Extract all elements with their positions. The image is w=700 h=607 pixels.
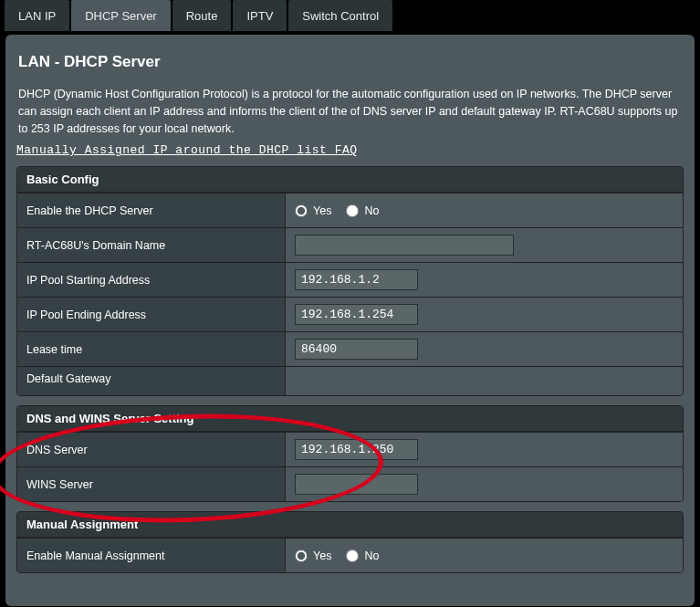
tab-switch-control[interactable]: Switch Control [288,0,392,31]
section-header-dns: DNS and WINS Server Setting [17,406,683,432]
section-header-basic: Basic Config [17,167,683,193]
tab-route[interactable]: Route [172,0,232,31]
row-domain-name: RT-AC68U's Domain Name [17,227,683,262]
radio-enable-manual-yes[interactable] [295,549,308,562]
radio-label-yes: Yes [313,204,331,217]
input-ip-end[interactable] [295,304,418,325]
section-dns-wins: DNS and WINS Server Setting DNS Server W… [16,405,684,502]
row-enable-manual: Enable Manual Assignment Yes No [17,538,683,572]
label-domain-name: RT-AC68U's Domain Name [17,228,286,262]
tab-bar: LAN IP DHCP Server Route IPTV Switch Con… [0,0,700,31]
input-domain-name[interactable] [295,235,514,256]
input-dns-server[interactable] [295,439,418,460]
row-ip-end: IP Pool Ending Address [17,297,683,331]
radio-enable-dhcp-yes[interactable] [295,204,308,217]
tab-iptv[interactable]: IPTV [233,0,287,31]
label-default-gateway: Default Gateway [17,367,286,395]
row-enable-dhcp: Enable the DHCP Server Yes No [17,193,683,227]
page-body: LAN - DHCP Server DHCP (Dynamic Host Con… [5,35,695,606]
page-title: LAN - DHCP Server [18,53,682,71]
row-ip-start: IP Pool Starting Address [17,262,683,297]
row-dns-server: DNS Server [17,432,683,466]
label-enable-dhcp: Enable the DHCP Server [17,194,286,227]
section-header-manual: Manual Assignment [17,512,683,538]
section-manual-assignment: Manual Assignment Enable Manual Assignme… [16,511,684,573]
label-lease-time: Lease time [17,332,286,366]
label-wins-server: WINS Server [17,467,286,501]
radio-label-manual-yes: Yes [313,549,331,562]
section-basic-config: Basic Config Enable the DHCP Server Yes … [16,166,684,396]
faq-link[interactable]: Manually Assigned IP around the DHCP lis… [16,143,358,157]
row-lease-time: Lease time [17,331,683,366]
tab-dhcp-server[interactable]: DHCP Server [71,0,171,31]
input-lease-time[interactable] [295,339,418,360]
row-wins-server: WINS Server [17,466,683,501]
radio-enable-manual-no[interactable] [346,549,359,562]
page-description: DHCP (Dynamic Host Configuration Protoco… [18,86,682,137]
label-dns-server: DNS Server [17,433,286,466]
input-ip-start[interactable] [295,269,418,290]
label-enable-manual: Enable Manual Assignment [17,539,286,572]
radio-enable-dhcp-no[interactable] [346,204,359,217]
row-default-gateway: Default Gateway [17,366,683,395]
input-wins-server[interactable] [295,474,418,495]
tab-lan-ip[interactable]: LAN IP [5,0,69,31]
radio-label-no: No [364,204,379,217]
label-ip-start: IP Pool Starting Address [17,263,286,297]
label-ip-end: IP Pool Ending Address [17,298,286,331]
radio-label-manual-no: No [364,549,379,562]
